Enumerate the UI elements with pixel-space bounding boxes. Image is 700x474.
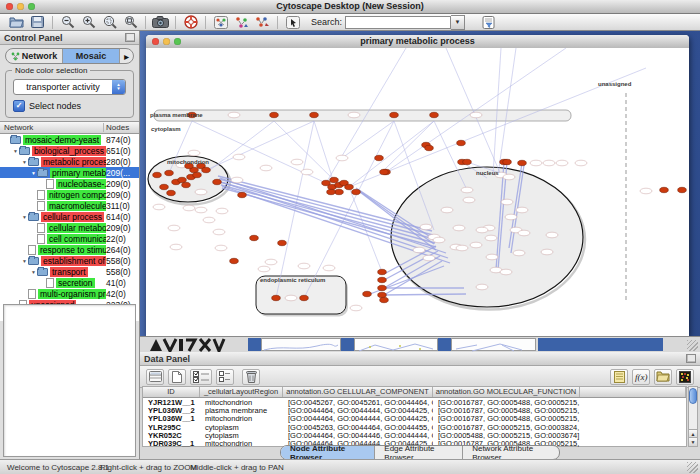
search-input[interactable]: [345, 16, 451, 29]
select-nodes-row: ✓ Select nodes: [10, 100, 129, 114]
table-column-header[interactable]: [580, 387, 686, 397]
svg-text:mitochondrion: mitochondrion: [167, 159, 209, 165]
file-icon: [28, 289, 36, 299]
attribute-list-icon[interactable]: [216, 369, 234, 385]
tab-edge-attribute-browser[interactable]: Edge Attribute Browser: [375, 446, 463, 459]
table-scrollbar[interactable]: ▲ ▼: [688, 386, 698, 447]
main-toolbar: Search: ▼: [0, 14, 700, 31]
network-tree: mosaic-demo-yeast874(0)▼biological_proce…: [0, 134, 139, 321]
float-data-panel-icon[interactable]: [686, 354, 696, 363]
tree-row-label: nitrogen compo...: [47, 190, 106, 200]
tree-row[interactable]: multi-organism pro...42(0): [0, 288, 139, 299]
tree-row[interactable]: macromolecule...311(0): [0, 200, 139, 211]
tree-expand-arrow-icon[interactable]: ▼: [21, 159, 28, 165]
network-overview-panel[interactable]: [3, 304, 136, 457]
table-column-header[interactable]: ID: [143, 387, 200, 397]
network-view-titlebar[interactable]: primary metabolic process: [146, 35, 689, 49]
create-attribute-icon[interactable]: [168, 369, 186, 385]
notepad-icon[interactable]: [610, 369, 628, 385]
float-control-panel-icon[interactable]: [125, 33, 135, 42]
open-session-icon[interactable]: [7, 15, 26, 30]
zoom-in-icon[interactable]: [79, 15, 98, 30]
background-window[interactable]: [354, 338, 438, 351]
help-lifering-icon[interactable]: [181, 15, 200, 30]
tree-row[interactable]: ▼metabolic process280(0): [0, 156, 139, 167]
tree-row-label: secretion: [56, 278, 95, 288]
zoom-fit-icon[interactable]: [121, 15, 140, 30]
tree-row[interactable]: ▼cellular process614(0): [0, 211, 139, 222]
svg-text:cytoplasm: cytoplasm: [151, 126, 181, 132]
scroll-down-icon[interactable]: ▼: [689, 437, 697, 446]
folder-icon: [28, 257, 39, 265]
toolbar-separator: [52, 16, 53, 29]
background-window[interactable]: [248, 338, 261, 351]
tree-row[interactable]: nucleobase-...209(0): [0, 178, 139, 189]
tab-network-attribute-browser[interactable]: Network Attribute Browser: [463, 446, 559, 459]
tree-row-node-count: 280(0): [106, 157, 139, 167]
select-attributes-icon[interactable]: [190, 369, 212, 385]
background-window[interactable]: [438, 338, 451, 351]
table-cell: mitochondrion: [200, 439, 283, 448]
tree-row-node-count: 209(0): [106, 223, 139, 233]
tree-row[interactable]: ▼primary metabolic process209(...: [0, 167, 139, 178]
delete-attribute-icon[interactable]: [242, 369, 260, 385]
table-column-header[interactable]: _cellularLayoutRegion: [200, 387, 283, 397]
tree-expand-arrow-icon[interactable]: ▼: [30, 269, 37, 275]
attribute-matrix-icon[interactable]: [676, 369, 694, 385]
tree-row[interactable]: cell communicat...22(0): [0, 233, 139, 244]
tree-expand-arrow-icon[interactable]: ▼: [30, 170, 37, 176]
formula-builder-icon[interactable]: f(x): [632, 369, 650, 385]
tree-expand-arrow-icon[interactable]: ▼: [12, 148, 19, 154]
table-column-header[interactable]: annotation.GO MOLECULAR_FUNCTION: [433, 387, 580, 397]
search-options-icon[interactable]: [479, 15, 498, 30]
layout-network-icon[interactable]: [232, 15, 251, 30]
layout-selected-icon[interactable]: [253, 15, 272, 30]
import-attributes-icon[interactable]: [654, 369, 672, 385]
select-nodes-label: Select nodes: [29, 101, 81, 111]
tab-node-attribute-browser[interactable]: Node Attribute Browser: [281, 446, 375, 459]
network-view-window[interactable]: primary metabolic process plasma membran…: [146, 35, 689, 336]
background-window[interactable]: [538, 338, 663, 351]
tree-row[interactable]: cellular metabo...209(0): [0, 222, 139, 233]
zoom-out-icon[interactable]: [58, 15, 77, 30]
cytoscape-app: Cytoscape Desktop (New Session): [0, 0, 700, 474]
tree-expand-arrow-icon[interactable]: ▼: [21, 258, 28, 264]
node-color-dropdown[interactable]: transporter activity ▲▼: [13, 79, 126, 95]
tree-row[interactable]: ▼establishment of lo...558(0): [0, 255, 139, 266]
tab-overflow-arrow-icon[interactable]: ▶: [120, 49, 133, 63]
snapshot-camera-icon[interactable]: [151, 15, 170, 30]
tab-network[interactable]: Network: [6, 49, 63, 63]
select-mode-icon[interactable]: [283, 15, 302, 30]
file-icon: [37, 190, 45, 200]
network-overview-icon[interactable]: [211, 15, 230, 30]
window-resize-grip[interactable]: [687, 340, 698, 351]
zoom-selected-icon[interactable]: [100, 15, 119, 30]
network-canvas[interactable]: plasma membranecytoplasmmitochondrionnuc…: [146, 48, 689, 336]
background-window[interactable]: [341, 338, 354, 351]
status-message: Middle-click + drag to PAN: [190, 463, 284, 472]
scrollbar-thumb[interactable]: [689, 388, 697, 404]
attribute-grid-icon[interactable]: [146, 369, 164, 385]
tree-row[interactable]: response to stimul...264(0): [0, 244, 139, 255]
tree-row[interactable]: mosaic-demo-yeast874(0): [0, 134, 139, 145]
tree-col-nodes[interactable]: Nodes: [104, 123, 139, 132]
tree-row[interactable]: ▼transport558(0): [0, 266, 139, 277]
search-dropdown-arrow[interactable]: ▼: [451, 15, 465, 30]
tree-row[interactable]: secretion41(0): [0, 277, 139, 288]
save-session-icon[interactable]: [28, 15, 47, 30]
background-window[interactable]: [451, 338, 536, 351]
tree-row[interactable]: nitrogen compo...209(0): [0, 189, 139, 200]
svg-text:plasma membrane: plasma membrane: [150, 112, 203, 118]
tree-row-label: cell communicat...: [47, 234, 106, 244]
tree-expand-arrow-icon[interactable]: ▼: [21, 214, 28, 220]
table-column-header[interactable]: annotation.GO CELLULAR_COMPONENT: [283, 387, 433, 397]
tree-row[interactable]: ▼biological_process651(0): [0, 145, 139, 156]
tree-row-label: primary metabolic process: [50, 168, 106, 178]
background-window[interactable]: [261, 338, 341, 351]
toolbar-separator: [277, 16, 278, 29]
folder-icon: [28, 213, 39, 221]
app-resize-grip[interactable]: [687, 462, 698, 473]
tab-mosaic[interactable]: Mosaic: [63, 49, 120, 63]
tree-col-network[interactable]: Network: [0, 123, 104, 132]
select-nodes-checkbox[interactable]: ✓: [13, 100, 25, 112]
